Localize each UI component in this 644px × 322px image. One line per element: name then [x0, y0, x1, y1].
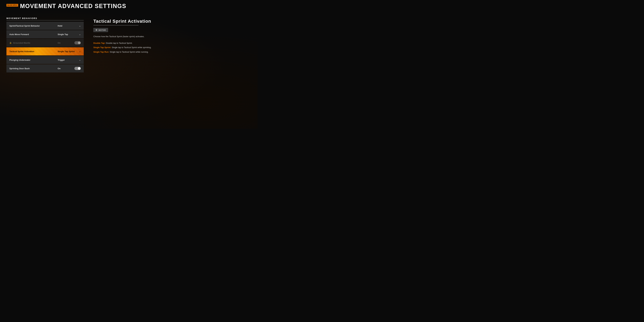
right-panel: Tactical Sprint Activation ⚙ MOTOR Choos…: [94, 17, 251, 54]
auto-move-value: Single Tap: [58, 33, 68, 36]
single-tap-sprint-label: Single Tap Sprint:: [94, 46, 111, 48]
settings-list: Sprint/Tactical Sprint Behavior Hold ⌄ A…: [6, 22, 84, 72]
setting-name-tactical-sprint: Tactical Sprint Activation: [6, 50, 55, 53]
door-bash-value: On: [58, 67, 60, 70]
detail-title: Tactical Sprint Activation: [94, 19, 251, 24]
setting-row-sprint-behavior[interactable]: Sprint/Tactical Sprint Behavior Hold ⌄: [6, 22, 84, 30]
setting-name-plunging-underwater: Plunging Underwater: [6, 59, 55, 61]
page-title: MOVEMENT ADVANCED SETTINGS: [20, 3, 126, 9]
plunging-value: Trigger: [58, 59, 65, 61]
single-tap-run-text: Single tap to Tactical Sprint while runn…: [109, 51, 148, 53]
motor-badge: ⚙ MOTOR: [94, 28, 108, 32]
chevron-icon-plunging: ⌄: [79, 58, 81, 61]
setting-name-sprint-behavior: Sprint/Tactical Sprint Behavior: [6, 25, 55, 27]
setting-row-plunging-underwater[interactable]: Plunging Underwater Trigger ⌄: [6, 56, 84, 64]
detail-option-single-tap-sprint: Single Tap Sprint: Single tap to Tactica…: [94, 46, 251, 49]
main-layout: MOVEMENT BEHAVIORS Sprint/Tactical Sprin…: [6, 17, 251, 72]
grounded-mantle-value: On: [58, 42, 60, 44]
setting-name-sprinting-door-bash: Sprinting Door Bash: [6, 67, 55, 70]
setting-value-auto-move-forward: Single Tap ⌄: [55, 33, 84, 36]
grounded-mantle-toggle: [74, 41, 81, 44]
setting-name-auto-move-forward: Auto Move Forward: [6, 33, 55, 36]
single-tap-sprint-text: Single tap to Tactical Sprint while spri…: [111, 46, 151, 48]
sprint-behavior-value: Hold: [58, 25, 62, 27]
detail-description: Choose how the Tactical Sprint (faster s…: [94, 35, 251, 38]
motor-badge-label: MOTOR: [98, 29, 106, 31]
detail-divider: [94, 25, 138, 26]
motor-icon: ⚙: [96, 29, 98, 31]
setting-row-sprinting-door-bash[interactable]: Sprinting Door Bash On: [6, 64, 84, 72]
setting-value-grounded-mantle: On: [55, 41, 84, 44]
door-bash-toggle[interactable]: [74, 67, 81, 70]
single-tap-run-label: Single Tap Run:: [94, 51, 109, 53]
setting-row-grounded-mantle: 🔒 Grounded Mantle On: [6, 39, 84, 47]
detail-option-double-tap: Double Tap: Double tap to Tactical Sprin…: [94, 41, 251, 45]
double-tap-text: Double tap to Tactical Sprint.: [105, 42, 132, 44]
tactical-sprint-value: Single Tap Sprint: [58, 50, 75, 53]
setting-value-tactical-sprint: Single Tap Sprint ⌄: [55, 50, 84, 53]
left-panel: MOVEMENT BEHAVIORS Sprint/Tactical Sprin…: [6, 17, 84, 72]
setting-value-plunging-underwater: Trigger ⌄: [55, 58, 84, 61]
setting-row-auto-move-forward[interactable]: Auto Move Forward Single Tap ⌄: [6, 30, 84, 38]
setting-row-tactical-sprint[interactable]: Tactical Sprint Activation Single Tap Sp…: [6, 47, 84, 56]
detail-option-single-tap-run: Single Tap Run: Single tap to Tactical S…: [94, 50, 251, 54]
lock-icon: 🔒: [9, 42, 12, 44]
game-logo: BLACK OPS 6: [6, 4, 18, 6]
chevron-icon-auto-move: ⌄: [79, 33, 81, 36]
setting-value-sprinting-door-bash: On: [55, 67, 84, 70]
chevron-icon-tactical: ⌄: [79, 50, 81, 53]
header: BLACK OPS 6 MOVEMENT ADVANCED SETTINGS: [6, 3, 251, 9]
double-tap-label: Double Tap:: [94, 42, 105, 44]
section-title: MOVEMENT BEHAVIORS: [6, 17, 84, 20]
setting-value-sprint-behavior: Hold ⌄: [55, 24, 84, 27]
chevron-icon-sprint: ⌄: [79, 24, 81, 27]
setting-name-grounded-mantle: 🔒 Grounded Mantle: [6, 42, 55, 44]
